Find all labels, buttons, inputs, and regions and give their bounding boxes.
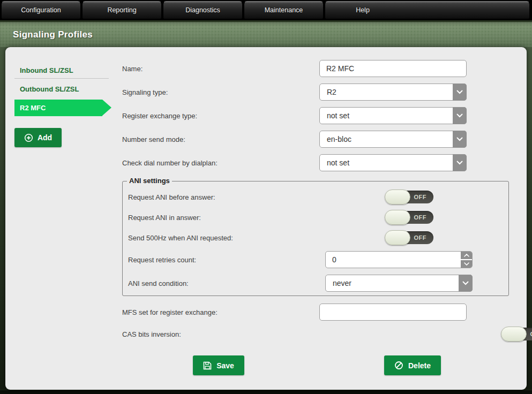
top-nav: Configuration Reporting Diagnostics Main…	[0, 0, 532, 20]
check-dial-number-select[interactable]: not set	[319, 154, 467, 171]
form-row-ani-send-condition: ANI send condition: never	[128, 275, 503, 292]
ani-settings-legend: ANI settings	[127, 177, 172, 185]
select-value: R2	[327, 84, 336, 100]
chevron-down-icon	[459, 275, 473, 292]
page-header: Signaling Profiles	[0, 20, 532, 47]
main-area: Inbound SL/ZSL Outbound SL/ZSL R2 MFC Ad…	[0, 47, 532, 390]
spinner-down-icon[interactable]	[461, 260, 472, 268]
number-send-mode-select[interactable]: en-bloc	[319, 131, 467, 148]
delete-button[interactable]: Delete	[384, 355, 441, 375]
toggle-knob	[385, 210, 410, 225]
bottom-edge	[0, 390, 532, 394]
form-row-name: Name:	[122, 60, 509, 77]
form-row-number-send-mode: Number send mode: en-bloc	[122, 131, 509, 148]
nav-tab-configuration[interactable]: Configuration	[1, 1, 81, 19]
form-row-register-exchange-type: Register exchange type: not set	[122, 107, 509, 124]
sidebar-item-r2-mfc-selected[interactable]: R2 MFC	[14, 100, 102, 116]
page-title: Signaling Profiles	[0, 29, 93, 40]
field-label: Send 500Hz when ANI requested:	[128, 231, 233, 244]
field-label: Register exchange type:	[122, 107, 197, 124]
nav-tab-diagnostics[interactable]: Diagnostics	[163, 1, 243, 19]
request-ani-before-answer-toggle[interactable]: OFF	[385, 191, 433, 203]
delete-icon	[394, 361, 403, 370]
nav-tab-label: Help	[325, 6, 400, 14]
select-value: not set	[327, 108, 349, 124]
number-spinner	[461, 252, 472, 268]
name-input[interactable]	[319, 60, 467, 77]
chevron-down-icon	[453, 154, 467, 171]
sidebar-item-outbound-slzsl[interactable]: Outbound SL/ZSL	[14, 81, 109, 97]
form-row-signaling-type: Signaling type: R2	[122, 84, 509, 101]
content-panel: Inbound SL/ZSL Outbound SL/ZSL R2 MFC Ad…	[5, 47, 527, 390]
form-row-cas-bits-inversion: CAS bits inversion: OFF	[122, 328, 509, 340]
mfs-set-input[interactable]	[319, 304, 467, 321]
select-value: never	[333, 275, 351, 291]
request-retries-count-input[interactable]	[325, 251, 473, 268]
ani-settings-fieldset: ANI settings Request ANI before answer: …	[122, 181, 509, 296]
save-button[interactable]: Save	[193, 355, 244, 375]
sidebar-item-inbound-slzsl[interactable]: Inbound SL/ZSL	[14, 63, 109, 79]
nav-tab-label: Maintenance	[265, 6, 303, 14]
add-button[interactable]: Add	[14, 128, 62, 147]
nav-tab-label: Reporting	[107, 6, 136, 14]
toggle-state-label: OFF	[530, 328, 532, 340]
ani-send-condition-select[interactable]: never	[325, 275, 473, 292]
spinner-up-icon[interactable]	[461, 252, 472, 259]
nav-tab-label: Diagnostics	[185, 6, 220, 14]
field-label: Number send mode:	[122, 131, 185, 148]
chevron-down-icon	[453, 107, 467, 124]
sidebar-item-label: Outbound SL/ZSL	[20, 85, 79, 93]
signaling-type-select[interactable]: R2	[319, 84, 467, 101]
field-label: CAS bits inversion:	[122, 328, 181, 340]
request-retries-count-field	[325, 251, 473, 268]
form-row-request-ani-in-answer: Request ANI in answer: OFF	[128, 211, 503, 224]
toggle-state-label: OFF	[414, 211, 427, 224]
cas-bits-inversion-toggle[interactable]: OFF	[501, 328, 532, 340]
field-label: Request ANI in answer:	[128, 211, 201, 224]
toggle-state-label: OFF	[414, 191, 427, 203]
save-button-label: Save	[216, 361, 234, 370]
form-row-send-500hz: Send 500Hz when ANI requested: OFF	[128, 231, 503, 244]
field-label: Signaling type:	[122, 84, 168, 101]
form-row-check-dial-number: Check dial number by dialplan: not set	[122, 154, 509, 171]
field-label: Request retries count:	[128, 251, 196, 268]
form-row-request-retries-count: Request retries count:	[128, 251, 503, 268]
chevron-down-icon	[453, 84, 467, 101]
toggle-state-label: OFF	[414, 231, 427, 244]
field-label: Name:	[122, 60, 143, 77]
field-label: Request ANI before answer:	[128, 191, 215, 203]
select-value: en-bloc	[327, 131, 351, 147]
send-500hz-toggle[interactable]: OFF	[385, 231, 433, 244]
select-value: not set	[327, 155, 349, 171]
nav-tab-help[interactable]: Help	[325, 1, 530, 19]
field-label: ANI send condition:	[128, 275, 189, 292]
toggle-knob	[501, 327, 527, 342]
delete-button-label: Delete	[408, 361, 431, 370]
plus-circle-icon	[24, 133, 33, 142]
sidebar-item-label: Inbound SL/ZSL	[20, 66, 73, 74]
sidebar-item-label: R2 MFC	[20, 104, 46, 112]
form-row-mfs-set: MFS set for register exchange:	[122, 304, 509, 321]
nav-tab-label: Configuration	[21, 6, 61, 14]
save-icon	[203, 361, 212, 370]
field-label: Check dial number by dialplan:	[122, 154, 218, 171]
request-ani-in-answer-toggle[interactable]: OFF	[385, 211, 433, 224]
toggle-knob	[385, 230, 410, 245]
register-exchange-type-select[interactable]: not set	[319, 107, 467, 124]
chevron-down-icon	[453, 131, 467, 148]
toggle-knob	[385, 190, 410, 204]
field-label: MFS set for register exchange:	[122, 304, 218, 321]
add-button-label: Add	[38, 133, 52, 142]
nav-tab-reporting[interactable]: Reporting	[82, 1, 162, 19]
form-row-request-ani-before-answer: Request ANI before answer: OFF	[128, 191, 503, 203]
nav-tab-maintenance[interactable]: Maintenance	[244, 1, 324, 19]
